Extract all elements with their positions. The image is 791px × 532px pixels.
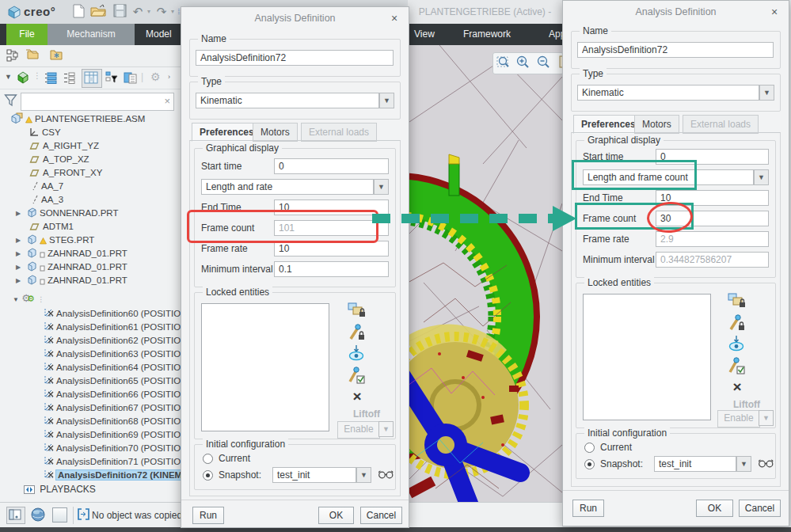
duration-mode-dropdown-icon[interactable]: ▼ — [374, 179, 389, 195]
tab-view[interactable]: View — [414, 24, 435, 45]
close-icon[interactable]: × — [768, 6, 781, 18]
navigator-toggle-icon[interactable] — [6, 507, 25, 524]
name-input[interactable] — [196, 50, 394, 66]
undo-icon[interactable]: ↶ — [129, 4, 146, 20]
snapshot-radio[interactable] — [584, 459, 595, 469]
lock-connection-icon[interactable] — [347, 323, 367, 342]
analysis-item[interactable]: AnalysisDefinition68 (POSITION) — [0, 415, 181, 428]
tab-external-loads[interactable]: External loads — [683, 115, 759, 134]
tab-applications[interactable]: Applications — [549, 24, 562, 45]
tab-framework[interactable]: Framework — [463, 24, 511, 45]
tree-item[interactable]: A_RIGHT_YZ — [0, 139, 181, 153]
web-browser-toggle-icon[interactable] — [30, 507, 46, 525]
end-time-input[interactable] — [656, 190, 769, 206]
collapse-list-icon[interactable] — [63, 72, 75, 86]
cancel-button[interactable]: Cancel — [739, 500, 781, 517]
show-cube-icon[interactable] — [16, 70, 30, 87]
graphics-viewport[interactable] — [408, 45, 562, 502]
analysis-item[interactable]: AnalysisDefinition71 (POSITION) — [0, 455, 181, 469]
type-dropdown-icon[interactable]: ▼ — [379, 93, 394, 108]
lock-bodies-icon[interactable] — [727, 291, 747, 310]
duration-mode-dropdown-icon[interactable]: ▼ — [754, 169, 769, 185]
save-icon[interactable] — [111, 4, 128, 20]
end-time-input[interactable] — [274, 200, 389, 215]
ok-button[interactable]: OK — [318, 507, 354, 524]
snapshot-radio[interactable] — [203, 470, 213, 481]
current-radio[interactable] — [203, 454, 213, 464]
redo-icon[interactable]: ↷ — [153, 4, 170, 20]
playbacks-item[interactable]: PLAYBACKS — [0, 483, 181, 496]
analysis-item[interactable]: AnalysisDefinition63 (POSITION) — [0, 348, 181, 361]
expand-arrow-icon[interactable]: ▶ — [16, 234, 23, 247]
delete-locked-icon[interactable]: × — [347, 388, 367, 407]
clear-search-icon[interactable]: × — [164, 95, 170, 108]
snapshot-preview-icon[interactable] — [727, 334, 747, 353]
tree-filter-icon[interactable] — [105, 71, 118, 86]
mechanism-analyses-header[interactable]: ▼ ⚙⚙ ⋮ — [0, 291, 181, 305]
delete-locked-icon[interactable]: × — [727, 378, 747, 397]
duration-mode-select[interactable]: Length and frame count — [583, 169, 754, 185]
tab-mechanism[interactable]: Mechanism — [48, 24, 135, 45]
cancel-button[interactable]: Cancel — [360, 507, 402, 524]
analysis-item[interactable]: AnalysisDefinition65 (POSITION) — [0, 374, 181, 388]
analysis-item-selected[interactable]: AnalysisDefinition72 (KINEMATICS) — [0, 469, 181, 482]
model-tree-tab-icon[interactable] — [6, 49, 19, 64]
current-radio[interactable] — [584, 443, 595, 453]
expand-arrow-icon[interactable]: ▶ — [16, 247, 23, 260]
expand-arrow-icon[interactable]: ▶ — [16, 207, 23, 220]
toolbar-overflow-icon[interactable]: › — [168, 73, 170, 81]
tree-item[interactable]: A_FRONT_XY — [0, 166, 181, 180]
collapse-arrow-icon[interactable]: ▼ — [13, 296, 19, 303]
redo-dropdown-icon[interactable]: ▾ — [169, 4, 177, 20]
tab-preferences[interactable]: Preferences — [573, 115, 644, 134]
snapshot-select[interactable]: test_init — [272, 467, 356, 483]
liftoff-enable-button[interactable]: Enable — [717, 410, 760, 428]
name-input[interactable] — [577, 42, 774, 58]
tree-settings-columns-icon[interactable] — [124, 71, 137, 86]
analysis-item[interactable]: AnalysisDefinition67 (POSITION) — [0, 401, 181, 415]
tree-item[interactable]: ▶ZAHNRAD_01.PRT — [0, 274, 181, 287]
tree-item[interactable]: CSY — [0, 126, 181, 139]
run-button[interactable]: Run — [572, 500, 604, 517]
fullscreen-toggle-icon[interactable] — [52, 507, 67, 522]
locked-entities-list[interactable] — [583, 294, 711, 420]
preview-glasses-icon[interactable] — [758, 458, 774, 470]
tree-item[interactable]: A_TOP_XZ — [0, 153, 181, 166]
minimum-interval-input[interactable] — [274, 261, 389, 277]
open-file-icon[interactable] — [89, 4, 107, 20]
enable-connection-icon[interactable] — [727, 356, 747, 375]
analysis-item[interactable]: AnalysisDefinition64 (POSITION) — [0, 361, 181, 374]
ok-button[interactable]: OK — [696, 500, 733, 517]
start-time-input[interactable] — [274, 158, 389, 174]
tree-item[interactable]: ▶STEG.PRT — [0, 234, 181, 247]
tree-dropdown-icon[interactable]: ▼ — [5, 73, 12, 81]
liftoff-enable-button[interactable]: Enable — [337, 421, 380, 439]
new-file-icon[interactable] — [70, 4, 87, 20]
snapshot-preview-icon[interactable] — [347, 344, 367, 363]
liftoff-enable-dropdown-icon[interactable]: ▼ — [378, 421, 394, 437]
type-dropdown-icon[interactable]: ▼ — [759, 85, 774, 101]
folder-browser-tab-icon[interactable] — [25, 48, 40, 63]
analysis-item[interactable]: AnalysisDefinition69 (POSITION) — [0, 428, 181, 442]
tab-motors[interactable]: Motors — [253, 123, 298, 142]
undo-dropdown-icon[interactable]: ▾ — [145, 4, 153, 20]
frame-count-input[interactable] — [656, 211, 769, 226]
favorites-tab-icon[interactable]: ✻ — [49, 48, 63, 63]
type-select[interactable]: Kinematic — [577, 85, 759, 101]
tree-item[interactable]: AA_7 — [0, 180, 181, 193]
expand-arrow-icon[interactable]: ▶ — [16, 260, 23, 274]
expand-list-icon[interactable] — [44, 72, 57, 86]
tab-file[interactable]: File — [6, 24, 48, 45]
analysis-item[interactable]: AnalysisDefinition70 (POSITION) — [0, 442, 181, 455]
frame-rate-input[interactable] — [274, 241, 389, 256]
lock-connection-icon[interactable] — [727, 314, 747, 332]
duration-mode-select[interactable]: Length and rate — [201, 179, 374, 195]
tab-motors[interactable]: Motors — [634, 115, 679, 134]
start-time-input[interactable] — [656, 149, 769, 165]
locked-entities-list[interactable] — [201, 303, 329, 431]
tree-item[interactable]: ▶ZAHNRAD_01.PRT — [0, 247, 181, 260]
tree-item[interactable]: PLANTENGETRIEBE.ASM — [0, 112, 181, 126]
snapshot-select[interactable]: test_init — [654, 456, 736, 472]
analysis-item[interactable]: AnalysisDefinition66 (POSITION) — [0, 388, 181, 401]
type-select[interactable]: Kinematic — [196, 93, 379, 108]
